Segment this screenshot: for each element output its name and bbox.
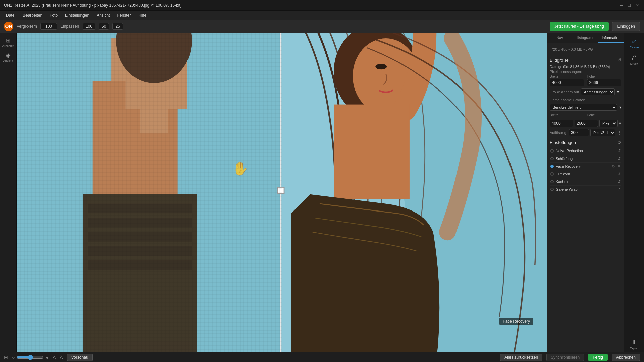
pixel-hoehe-input[interactable] xyxy=(575,120,598,127)
pixel-breite-input[interactable] xyxy=(550,120,573,127)
app-logo: ON xyxy=(4,22,13,31)
face-recovery-item-reset[interactable]: ↺ xyxy=(612,164,615,169)
face-recovery-badge: Face Recovery xyxy=(499,318,533,325)
tab-nav[interactable]: Nav xyxy=(547,33,573,43)
kacheln-item-dot[interactable] xyxy=(550,180,554,183)
left-sidebar: ⊞ Zuschnitt ◉ Ansicht xyxy=(0,33,17,352)
filmkorn-item[interactable]: Filmkorn↺ xyxy=(550,170,621,178)
pixelmessungen-row: Pixelabmessungen: xyxy=(550,70,621,74)
zuschnitt-tool[interactable]: ⊞ Zuschnitt xyxy=(2,36,15,49)
face-recovery-item-close[interactable]: ✕ xyxy=(617,164,621,169)
face-recovery-item-label: Face Recovery xyxy=(556,164,581,168)
sync-button[interactable]: Synchronisieren xyxy=(546,354,584,361)
filmkorn-item-label: Filmkorn xyxy=(556,172,570,176)
einpassen-50[interactable]: 50 xyxy=(99,23,109,30)
text-tool[interactable]: A xyxy=(53,355,56,360)
breite2-col: Breite xyxy=(550,113,584,118)
gemeinsame-chevron: ▾ xyxy=(619,105,621,110)
buy-button[interactable]: Jetzt kaufen - 14 Tage übrig xyxy=(550,22,609,31)
menu-item-einstellungen[interactable]: Einstellungen xyxy=(62,12,93,19)
druck-action[interactable]: 🖨 Druck xyxy=(626,52,643,67)
abbrechen-button[interactable]: Abbrechen xyxy=(612,354,640,361)
breite-col: Breite xyxy=(550,75,584,86)
alles-button[interactable]: Alles zurücksetzen xyxy=(500,354,542,361)
galerie-wrap-item-dot[interactable] xyxy=(550,188,554,191)
tab-information[interactable]: Information xyxy=(598,33,624,43)
groesse-aendern-row: Größe ändern auf Abmessungen ▾ xyxy=(550,88,621,95)
noise-reduction-item-dot[interactable] xyxy=(550,149,554,153)
breite-label: Breite xyxy=(550,75,584,78)
fertig-button[interactable]: Fertig xyxy=(588,354,608,361)
preview-button[interactable]: Vorschau xyxy=(67,354,93,361)
vergroessern-input[interactable] xyxy=(40,23,57,30)
face-recovery-item[interactable]: Face Recovery↺✕ xyxy=(550,163,621,170)
aufloesung-input[interactable] xyxy=(569,129,589,136)
export-action[interactable]: ⬆ Export xyxy=(626,337,643,352)
kacheln-item[interactable]: Kacheln↺ xyxy=(550,178,621,186)
noise-reduction-item-reset[interactable]: ↺ xyxy=(617,148,621,153)
aufloesung-more[interactable]: ⋮ xyxy=(617,130,622,135)
breite-input[interactable] xyxy=(550,79,584,86)
gemeinsame-select[interactable]: Benutzerdefiniert xyxy=(550,104,617,111)
galerie-wrap-item-reset[interactable]: ↺ xyxy=(617,187,621,192)
style-tool[interactable]: Ã xyxy=(60,355,63,360)
einstellungen-reset[interactable]: ↺ xyxy=(617,140,621,145)
aufloesung-unit-select[interactable]: Pixel/Zoll xyxy=(590,129,615,136)
groesse-aendern-select[interactable]: Abmessungen xyxy=(581,88,615,95)
zoom-in-icon[interactable]: ● xyxy=(46,355,48,360)
schaerfung-item-label: Schärfung xyxy=(556,157,573,161)
zuschnitt-icon: ⊞ xyxy=(6,37,10,44)
menu-item-ansicht[interactable]: Ansicht xyxy=(93,12,113,19)
pixel-dimensions-row: Breite Höhe xyxy=(550,113,621,118)
schaerfung-item-reset[interactable]: ↺ xyxy=(617,156,621,161)
aufloesung-label: Auflösung xyxy=(550,131,566,135)
titlebar-title: ON1 Resize AI 2023 (Frau sehr kleine Auf… xyxy=(4,3,182,8)
ansicht-icon: ◉ xyxy=(6,52,11,58)
dateigroesse-row: Dateigröße: 81,36 MiB 16-Bit (556%) xyxy=(550,65,621,69)
titlebar-controls: ─ □ ✕ xyxy=(619,3,640,8)
layout-toggle[interactable]: ⊞ xyxy=(4,355,8,360)
bildgroesse-reset[interactable]: ↺ xyxy=(617,57,621,63)
resize-icon: ⤢ xyxy=(632,38,637,45)
minimize-button[interactable]: ─ xyxy=(619,3,624,8)
tab-histogramm[interactable]: Histogramm xyxy=(573,33,598,43)
schaerfung-item[interactable]: Schärfung↺ xyxy=(550,155,621,163)
filmkorn-item-dot[interactable] xyxy=(550,172,554,176)
ansicht-tool[interactable]: ◉ Ansicht xyxy=(2,50,15,64)
maximize-button[interactable]: □ xyxy=(627,3,632,8)
image-info: 720 x 480 • 0,0 MB • JPG xyxy=(550,46,621,55)
hoehe-input[interactable] xyxy=(587,79,622,86)
menu-item-hilfe[interactable]: Hilfe xyxy=(135,12,150,19)
close-button[interactable]: ✕ xyxy=(635,3,640,8)
resize-action[interactable]: ⤢ Resize xyxy=(626,36,643,51)
menu-item-foto[interactable]: Foto xyxy=(46,12,61,19)
pixel-unit-select[interactable]: Pixel xyxy=(599,120,618,127)
menu-item-datei[interactable]: Datei xyxy=(3,12,19,19)
canvas-area[interactable]: ✋ Face Recovery xyxy=(17,33,547,352)
kacheln-item-reset[interactable]: ↺ xyxy=(617,179,621,184)
druck-icon: 🖨 xyxy=(631,54,637,61)
galerie-wrap-item[interactable]: Galerie Wrap↺ xyxy=(550,186,621,193)
menu-item-fenster[interactable]: Fenster xyxy=(114,12,135,19)
einpassen-100[interactable]: 100 xyxy=(83,23,95,30)
gemeinsame-row: Gemeinsame Größen Benutzerdefiniert ▾ xyxy=(550,98,621,111)
statusbar: ⊞ ○ ● A Ã Vorschau Alles zurücksetzen Sy… xyxy=(0,352,644,362)
far-right-actions: ⤢ Resize 🖨 Druck ⬆ Export xyxy=(624,33,644,352)
svg-rect-13 xyxy=(88,246,192,256)
menu-item-bearbeiten[interactable]: Bearbeiten xyxy=(19,12,46,19)
schaerfung-item-dot[interactable] xyxy=(550,157,554,160)
einpassen-25[interactable]: 25 xyxy=(112,23,123,30)
druck-label: Druck xyxy=(630,62,638,65)
face-recovery-item-dot[interactable] xyxy=(550,165,554,168)
zoom-slider[interactable] xyxy=(17,355,44,360)
zoom-out-icon[interactable]: ○ xyxy=(12,355,15,360)
noise-reduction-item[interactable]: Noise Reduction↺ xyxy=(550,147,621,155)
groesse-aendern-label: Größe ändern auf xyxy=(550,90,579,94)
galerie-wrap-item-label: Galerie Wrap xyxy=(556,187,578,191)
main-layout: ⊞ Zuschnitt ◉ Ansicht xyxy=(0,33,644,352)
aufloesung-row: Auflösung Pixel/Zoll ⋮ xyxy=(550,129,621,136)
canvas-image: ✋ xyxy=(17,33,547,352)
resize-label: Resize xyxy=(630,46,639,49)
filmkorn-item-reset[interactable]: ↺ xyxy=(617,172,621,176)
login-button[interactable]: Einloggen xyxy=(612,22,640,31)
